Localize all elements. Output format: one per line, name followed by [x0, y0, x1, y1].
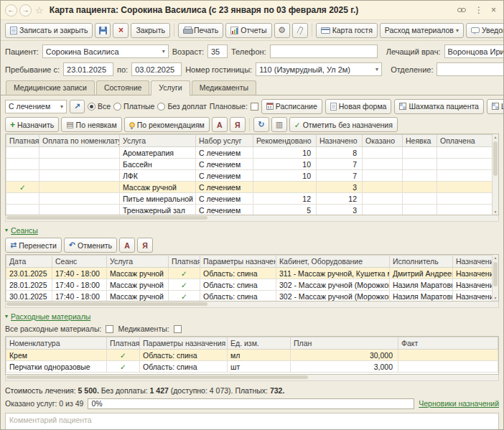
scroll-down-icon[interactable]: ▼ — [493, 209, 498, 215]
chevron-down-icon[interactable]: ▾ — [60, 103, 63, 110]
scroll-up-icon[interactable]: ▲ — [493, 134, 498, 140]
service-row[interactable]: ✓ Массаж ручной С лечением 3 — [6, 182, 498, 193]
column-header[interactable]: Назначено — [317, 135, 363, 147]
phone-input[interactable] — [270, 45, 378, 58]
radio-no-surcharge[interactable]: Без доплат — [157, 102, 206, 111]
session-row[interactable]: 30.01.2025 17:40 - 18:00 Массаж ручной ✓… — [6, 291, 498, 302]
scroll-down-icon[interactable]: ▼ — [493, 295, 498, 301]
service-row[interactable]: Питье минеральной воды С лечением 12 12 — [6, 193, 498, 205]
close-button[interactable]: Закрыть — [131, 23, 169, 38]
column-header[interactable]: План — [291, 337, 398, 350]
save-and-close-button[interactable]: Записать и закрыть — [5, 23, 93, 38]
new-form-button[interactable]: Новая форма — [325, 99, 392, 114]
column-header[interactable]: Факт — [398, 337, 498, 350]
medicines-checkbox[interactable] — [174, 325, 182, 333]
patient-input[interactable]: Сорокина Василиса ▾ — [42, 45, 169, 58]
material-row[interactable]: Перчатки одноразовые ✓ Область: спина шт… — [6, 361, 498, 373]
collapse-icon[interactable]: ▾ — [5, 313, 8, 319]
horizontal-scrollbar[interactable] — [5, 375, 499, 381]
tab[interactable]: Медицинские записи — [6, 80, 95, 95]
radio-paid[interactable]: Платные — [113, 102, 154, 111]
schedule-button[interactable]: Расписание — [261, 99, 322, 114]
patient-comment-input[interactable] — [5, 413, 499, 429]
column-header[interactable]: Кабинет, Оборудование — [276, 256, 390, 268]
column-header[interactable]: Рекомендовано — [253, 135, 317, 147]
guest-card-button[interactable]: Карта гостя — [316, 23, 378, 38]
room-input[interactable]: 110 (Изумрудный, Ул 2м) ▾ — [256, 62, 382, 76]
reports-button[interactable]: Отчеты — [225, 23, 271, 38]
column-header[interactable]: Услуга — [107, 256, 169, 268]
favorite-star-icon[interactable]: ☆ — [34, 5, 45, 16]
doctor-input[interactable]: Воронцова Ирина ▾ — [444, 45, 504, 58]
column-header[interactable]: Набор услуг — [196, 135, 253, 147]
collapse-icon[interactable]: ▾ — [5, 227, 8, 233]
columns-button[interactable]: ▥ — [271, 117, 287, 132]
chevron-down-icon[interactable]: ▾ — [162, 48, 165, 55]
back-icon[interactable]: ← — [5, 4, 17, 17]
scrollbar-thumb[interactable] — [6, 302, 207, 306]
chess-patient-button[interactable]: Шахматка пациента — [394, 99, 484, 114]
by-recommendations-button[interactable]: По рекомендациям — [124, 117, 210, 132]
column-header[interactable]: Оказано — [363, 135, 403, 147]
scrollbar-thumb[interactable] — [6, 216, 207, 220]
assign-button[interactable]: +Назначить — [5, 117, 59, 132]
by-noshow-button[interactable]: ▤По неявкам — [61, 117, 122, 132]
mark-without-assignment-button[interactable]: ✓Отметить без назначения — [289, 117, 398, 132]
settings-button[interactable]: ⚙ — [274, 23, 290, 38]
service-row[interactable]: Ароматерапия С лечением 10 8 — [6, 147, 498, 159]
column-header[interactable]: Неявка — [403, 135, 437, 147]
sort-ya-button[interactable]: Я — [230, 117, 246, 132]
material-consumption-button[interactable]: Расход материалов ▾ — [380, 23, 464, 38]
planned-checkbox[interactable] — [251, 103, 258, 111]
column-header[interactable]: Платная — [169, 256, 200, 268]
horizontal-scrollbar[interactable] — [5, 302, 499, 308]
chevron-down-icon[interactable]: ▾ — [375, 66, 378, 73]
link-icon[interactable] — [454, 5, 470, 15]
chess-sessions-button[interactable]: Шахматка сеансов — [487, 99, 503, 114]
column-header[interactable]: Платная — [107, 337, 140, 350]
vertical-scrollbar[interactable]: ▲ ▼ — [492, 134, 498, 215]
tab[interactable]: Медикаменты — [192, 80, 256, 95]
service-row[interactable]: Бассейн С лечением 10 7 — [6, 159, 498, 170]
scrollbar-thumb[interactable] — [493, 262, 498, 286]
service-row[interactable]: Тренажерный зал С лечением 5 3 — [6, 205, 498, 216]
more-menu-icon[interactable]: ⋮ — [472, 5, 486, 15]
column-header[interactable]: Сеанс — [52, 256, 107, 268]
stay-to-input[interactable]: 03.02.2025 — [131, 62, 182, 76]
scroll-up-icon[interactable]: ▲ — [493, 255, 498, 261]
scrollbar-thumb[interactable] — [6, 375, 308, 379]
column-header[interactable]: Оплата по номенклатуре — [39, 135, 120, 147]
column-header[interactable]: Исполнитель — [390, 256, 453, 268]
column-header[interactable]: Параметры назначения — [140, 337, 228, 350]
transfer-session-button[interactable]: ⇄Перенести — [5, 238, 62, 253]
column-header[interactable]: Номенклатура — [6, 337, 107, 350]
sort-ya-button[interactable]: Я — [137, 238, 153, 253]
stay-from-input[interactable]: 23.01.2025 — [63, 62, 113, 76]
session-row[interactable]: 28.01.2025 17:40 - 18:00 Массаж ручной ✓… — [6, 279, 498, 291]
department-input[interactable]: ▾ — [437, 62, 504, 76]
cancel-session-button[interactable]: ↶Отменить — [64, 238, 117, 253]
vertical-scrollbar[interactable]: ▲ ▼ — [492, 255, 498, 301]
drafts-link[interactable]: Черновики назначений — [419, 399, 499, 408]
session-row[interactable]: 23.01.2025 17:40 - 18:00 Массаж ручной ✓… — [6, 268, 498, 279]
column-header[interactable]: Параметры назначения — [200, 256, 276, 268]
radio-all[interactable]: Все — [88, 102, 111, 111]
revert-button[interactable]: × — [113, 23, 129, 38]
materials-section-link[interactable]: Расходные материалы — [11, 312, 90, 321]
close-icon[interactable]: × — [488, 5, 499, 15]
refresh-button[interactable]: ↻ — [253, 117, 269, 132]
material-row[interactable]: Крем ✓ Область: спина мл 30,000 — [6, 350, 498, 361]
sort-a-button[interactable]: А — [119, 238, 135, 253]
all-materials-checkbox[interactable] — [106, 325, 113, 333]
print-button[interactable]: Печать — [178, 23, 223, 38]
notify-button[interactable]: Уведомить — [466, 23, 504, 38]
tab[interactable]: Состояние — [96, 80, 149, 95]
sort-a-button[interactable]: А — [212, 117, 228, 132]
save-button[interactable] — [95, 23, 111, 38]
sessions-section-link[interactable]: Сеансы — [11, 226, 38, 235]
scrollbar-thumb[interactable] — [493, 141, 498, 176]
open-service-set-button[interactable]: ↗ — [70, 100, 85, 113]
attachments-button[interactable] — [292, 23, 308, 38]
column-header[interactable]: Оплачена — [437, 135, 498, 147]
column-header[interactable]: Платная — [6, 135, 39, 147]
